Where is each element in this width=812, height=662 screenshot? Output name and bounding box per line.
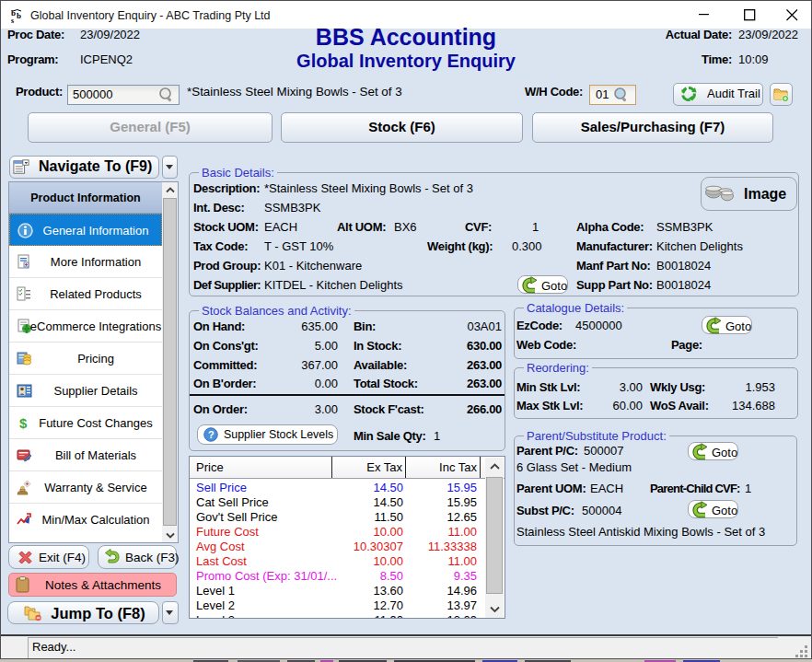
svg-text:?: ? (208, 429, 215, 440)
svg-text:$: $ (19, 415, 28, 431)
svg-text:s: s (11, 17, 14, 24)
svg-text:b: b (17, 11, 21, 20)
